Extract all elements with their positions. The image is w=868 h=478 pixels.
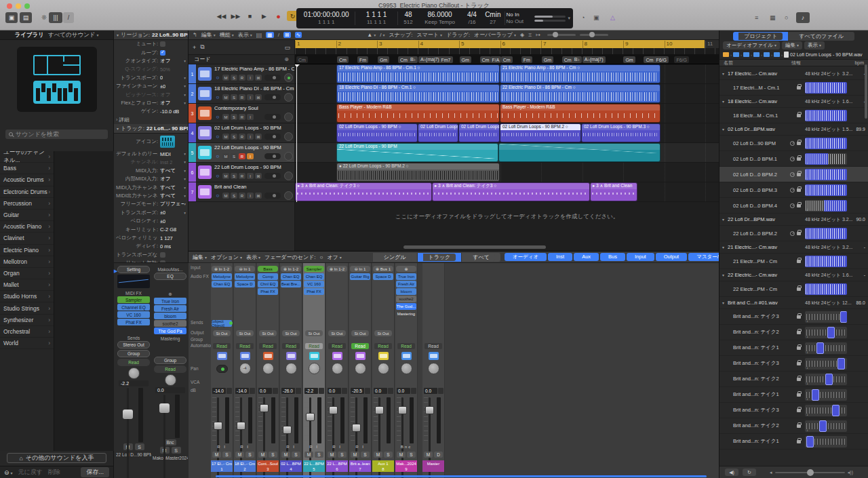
region[interactable]: 18 Electric Piano DI - 86 BPM - Cm.1 ○ [336,84,500,103]
horizontal-zoom-slider[interactable] [580,34,608,36]
record-enable-button[interactable]: R [239,75,245,81]
record-input-buttons[interactable] [257,445,279,450]
library-preset-select[interactable]: すべてのサウンド [48,31,99,39]
track-parameter-row[interactable]: ディレイ:0 ms▾ [114,242,188,250]
pan-slider[interactable] [264,153,281,159]
channel-name[interactable]: 22 L...BPM5 [303,460,325,472]
region[interactable]: 21 Electric Piano Amp - 86 BPM - Cm ○ [500,64,660,83]
solo-button[interactable]: S [407,452,416,458]
playhead[interactable] [296,64,297,202]
solo-button[interactable]: S [135,443,144,450]
record-input-buttons[interactable]: R I [280,445,302,450]
output-slot[interactable]: St Out [351,330,369,336]
left-click-tool-select[interactable]: ▲ [367,32,376,38]
audio-file-row[interactable]: ▾ 22 Electr...PM - Cm ↓ [719,281,868,297]
horizontal-scrollbar[interactable] [403,245,546,249]
lcd-chevron-icon[interactable]: ▾ [568,16,571,21]
track-on-button[interactable]: ○ [214,173,221,179]
chord-chip[interactable]: Gm [542,56,553,63]
chord-chip[interactable]: F6/G [654,56,669,63]
audio-fx-slot[interactable]: Phat FX [304,288,324,295]
track-header[interactable]: 4 02 Lofi Drum Loops - 90 BPM ○ M S R I … [189,123,294,143]
audio-fx-slot[interactable]: True Iron [154,298,186,304]
pan-slider[interactable] [264,114,281,120]
library-action-menu-icon[interactable]: ⊖ [4,469,13,476]
audio-file-row[interactable]: ▾ Brit and...n: テイク1 ↓ [719,340,868,356]
add-track-button[interactable]: + [193,44,196,51]
region[interactable]: 22 Lofi Drum Loops - 90 BPM [336,143,498,162]
volume-value[interactable]: 0.0 [397,388,410,394]
mixer-channel-strip[interactable]: ⊕ In 1-2 MelodyneChan EQ [object Object]… [211,263,233,478]
channel-name[interactable]: 22 L...BPM6 [326,460,348,472]
freeze-button[interactable]: ⊠ [255,94,262,100]
chord-chip[interactable]: Cm [296,56,308,63]
volume-knob[interactable] [284,113,293,121]
record-input-buttons[interactable] [422,445,444,450]
solo-button[interactable]: S [361,452,370,458]
mute-button[interactable]: M [222,153,229,159]
count-in-icon[interactable]: ◔ [578,12,588,23]
volume-fader[interactable] [349,396,371,445]
volume-knob[interactable] [284,172,293,180]
mixer-channel-strip[interactable]: Read 0.0 M D [422,263,445,478]
volume-fader[interactable] [372,396,394,445]
bounce-button[interactable]: Bnc [164,439,176,445]
freeze-button[interactable]: ⊠ [255,173,262,179]
track-parameter-row[interactable]: トランスポーズ:±0▾ [114,209,188,217]
inspector-toggle-icon[interactable]: ▤ [20,12,32,23]
record-enable-button[interactable]: R [239,94,245,100]
disclosure-icon[interactable]: ▾ [722,71,728,76]
disclosure-icon[interactable]: ▾ [722,99,728,104]
region[interactable]: 22 Electric Piano DI - 86 BPM - Cm ○ [500,84,660,103]
track-parameter-row[interactable]: キーリミット:C-2 G8▾ [114,225,188,233]
region[interactable]: ▸ 3 ∧ Brit and Clean: テイク3 ○ [295,182,432,201]
audio-fx-slot[interactable]: Channel EQ [117,304,150,311]
region-parameter-row[interactable]: トランスポーズ:0▾ [114,74,188,82]
audio-file-row[interactable]: ▾ 17 Electri...M - Cm.1 ↓ [719,80,868,96]
audio-fx-slot[interactable]: VC 160 [304,281,324,287]
audio-file-row[interactable]: ▾ 02 Lofi D...90 BPM ↓ [719,136,868,151]
track-on-button[interactable]: ○ [214,134,221,140]
column-name[interactable]: 名前 [724,60,733,66]
input-monitor-button[interactable]: I [247,193,254,199]
chord-chip[interactable]: A♭(maj7) [418,56,441,63]
solo-button[interactable]: S [172,447,181,454]
track-header[interactable]: 1 17 Electric Piano Amp - 86 BPM - Cm ○ … [189,64,294,84]
audio-fx-slot[interactable]: Chnl EQ [258,281,278,287]
library-category-item[interactable]: Studio Strings [0,302,54,314]
chord-chip[interactable]: Cm [501,56,513,63]
mixer-filter-tab[interactable]: Bus [600,253,625,261]
disclosure-icon[interactable]: ▾ [722,273,728,277]
eq-slot[interactable]: EQ [154,273,186,280]
instrument-slot[interactable]: Sampler [117,296,150,303]
stop-button[interactable]: ■ [244,11,256,21]
delete-button[interactable]: 削除 [48,468,60,477]
automation-mode-button[interactable]: Read [117,359,150,366]
solo-button[interactable]: S [245,452,254,458]
file-waveform[interactable]: ↓ [805,228,847,239]
automation-mode-button[interactable]: Read [259,343,277,349]
volume-value[interactable]: -2.2 [119,380,149,386]
chord-chip[interactable]: Gm [623,56,635,63]
solo-button[interactable]: S [231,75,237,81]
file-waveform[interactable]: ↓ [805,389,847,401]
track-header[interactable]: 5 22 Lofi Drum Loops - 90 BPM ○ M S R I … [189,143,294,163]
bar-ruler[interactable]: 1234567891011 [295,40,719,55]
mute-button[interactable]: M [374,452,382,458]
file-breadcrumb[interactable]: › › › › › › 02 Lofi Drum Loops - 90 BPM.… [719,50,868,59]
audio-fx-slot[interactable]: True Iron [396,273,416,280]
vertical-zoom-slider[interactable] [547,34,576,36]
file-waveform[interactable]: ↓ [805,327,847,338]
editors-toggle-icon[interactable]: / [63,12,74,23]
record-enable-button[interactable]: R [239,193,245,199]
input-slot[interactable]: ⊕ [396,266,416,272]
region[interactable]: ● 22 Lofi Drum Loops - 90 BPM.2 ○ [336,163,500,182]
mixer-scrollbar[interactable] [216,475,707,477]
audio-file-row[interactable]: ▾ 02 Lofi D...0 BPM.2 ↓ [719,167,868,182]
audio-fx-slot[interactable]: bloom [396,288,416,295]
input-slot[interactable]: ⊖ In 1 [235,266,255,272]
checkbox[interactable] [160,41,165,47]
mute-button[interactable]: M [328,452,336,458]
automation-mode-button[interactable]: Read [213,343,231,349]
region-parameter-row[interactable]: 詳細▾ [114,116,188,124]
